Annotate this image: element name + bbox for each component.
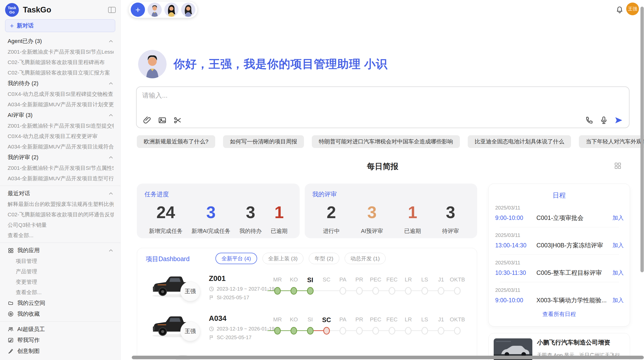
milestone-dot[interactable] xyxy=(356,327,363,335)
project-row[interactable]: 王强 A034 2023-12-19 ~ 2026-01-19 SC-2025-… xyxy=(137,312,477,355)
milestone-dot[interactable] xyxy=(405,287,412,295)
chevron-up-icon[interactable] xyxy=(108,38,114,44)
send-icon[interactable] xyxy=(614,116,623,125)
section-recent-chats[interactable]: 最近对话 xyxy=(8,190,114,197)
avatar-male-icon xyxy=(138,50,167,78)
section-my-review[interactable]: 我的评审 (2) xyxy=(8,154,114,161)
sidebar-item-favorites[interactable]: 我的收藏 xyxy=(8,311,114,317)
join-button[interactable]: 加入 xyxy=(612,242,624,249)
session-avatar-2[interactable] xyxy=(164,3,179,17)
app-item-view-all[interactable]: 查看全部... xyxy=(16,289,114,295)
section-ai-review[interactable]: AI评审 (3) xyxy=(8,112,114,118)
sidebar-item-cloud-space[interactable]: 我的云空间 xyxy=(8,300,114,306)
suggestion-chip[interactable]: 当下年轻人对汽车外观有怎样的喜好趋势 xyxy=(579,135,644,148)
conversation-item[interactable]: Z001-全新燃油皮卡产品开发项目SI节点Lesson Learn报告 xyxy=(8,49,114,55)
conversation-item[interactable]: Z001-全新燃油轻卡产品开发项目SI节点属性5D文件评审 xyxy=(8,165,114,171)
conversation-item[interactable]: C0X4-动力总成开发项目SI里程碑提交物检查 xyxy=(8,91,114,97)
scissors-icon[interactable] xyxy=(173,116,182,125)
conversation-item[interactable]: Z001-全新燃油轻卡产品开发项目SI造型提交物评审 xyxy=(8,123,114,129)
join-button[interactable]: 加入 xyxy=(612,269,624,277)
milestone-dot[interactable] xyxy=(405,327,412,335)
conversation-item[interactable]: C02-飞腾新能源轻客改款项目立项汇报方案 xyxy=(8,70,114,76)
milestone-dot[interactable] xyxy=(421,327,428,335)
section-title: Agent已办 (3) xyxy=(8,38,42,44)
microphone-icon[interactable] xyxy=(599,116,608,125)
sidebar-item-my-apps[interactable]: 我的应用 xyxy=(8,247,114,254)
recent-chat-item[interactable]: 解释最新出台的欧盟报废车法规再生塑料比例被调至15%... xyxy=(8,201,114,207)
event-time: 13:00-14:30 xyxy=(495,242,536,249)
conversation-item[interactable]: C02-飞腾新能源轻客改款项目里程碑画布 xyxy=(8,59,114,65)
filter-chip[interactable]: 全新平台 (4) xyxy=(215,253,257,264)
chevron-up-icon[interactable] xyxy=(108,191,114,196)
user-avatar[interactable]: 王强 xyxy=(626,3,639,15)
milestone-dot[interactable] xyxy=(307,287,314,295)
milestone-dot[interactable] xyxy=(454,327,461,335)
phone-icon[interactable] xyxy=(585,116,593,125)
milestone-dot[interactable] xyxy=(372,287,379,295)
milestone-dot[interactable] xyxy=(274,287,281,295)
filter-chip[interactable]: 年型 (2) xyxy=(309,253,339,264)
recent-chat-item[interactable]: 公司Q3轻卡销量 xyxy=(8,222,114,228)
milestone-dot[interactable] xyxy=(290,287,297,295)
milestone-dot[interactable] xyxy=(274,327,281,335)
suggestion-chip[interactable]: 欧洲新规最近颁布了什么? xyxy=(137,135,215,148)
section-agent-done[interactable]: Agent已办 (3) xyxy=(8,38,114,44)
sidebar-collapse-icon[interactable] xyxy=(108,6,116,14)
conversation-item[interactable]: C0X4-动力总成开发项目工程变更评审 xyxy=(8,133,114,139)
filter-chip[interactable]: 动总开发 (1) xyxy=(345,253,386,264)
milestone-dot[interactable] xyxy=(340,327,346,335)
session-avatar-1[interactable] xyxy=(148,3,162,17)
join-button[interactable]: 加入 xyxy=(612,296,624,304)
project-row[interactable]: 王强 Z001 2023-12-19 ~ 2027-01-19 SI-2025-… xyxy=(137,272,477,316)
chevron-up-icon[interactable] xyxy=(108,155,114,160)
milestone-dot[interactable] xyxy=(290,327,297,335)
suggestion-chip[interactable]: 如何写一份清晰的项目周报 xyxy=(223,135,304,148)
conversation-item[interactable]: A034-全新新能源MUV产品开发项目法规符合性评审 xyxy=(8,144,114,150)
filter-chip[interactable]: 全新上装 (3) xyxy=(262,253,304,264)
new-chat-button[interactable]: + 新对话 xyxy=(5,19,115,32)
milestone-dot[interactable] xyxy=(389,287,395,295)
app-item-project-mgmt[interactable]: 项目管理 xyxy=(16,258,114,264)
sidebar-item-ai-super-staff[interactable]: AI超级员工 xyxy=(8,326,114,333)
chevron-up-icon[interactable] xyxy=(108,81,114,86)
view-all-schedule-link[interactable]: 查看所有日程 xyxy=(489,310,630,318)
milestone-dot[interactable] xyxy=(307,327,314,335)
suggestion-chip[interactable]: 特朗普可能对进口汽车增税会对中国车企造成哪些影响 xyxy=(312,135,460,148)
add-session-button[interactable]: + xyxy=(131,3,145,17)
paperclip-icon[interactable] xyxy=(143,116,151,125)
milestone-dot[interactable] xyxy=(372,327,379,335)
app-item-product-mgmt[interactable]: 产品管理 xyxy=(16,268,114,275)
layout-grid-icon[interactable] xyxy=(614,162,621,169)
recent-chat-item-view-all[interactable]: 查看全部... xyxy=(8,232,114,238)
chevron-up-icon[interactable] xyxy=(108,112,114,118)
milestone-dot[interactable] xyxy=(438,327,444,335)
sidebar-item-help-write[interactable]: 帮我写作 xyxy=(8,337,114,343)
session-avatar-3[interactable] xyxy=(181,3,195,17)
milestone-dot[interactable] xyxy=(356,287,363,295)
recent-chat-item[interactable]: C02-飞腾新能源轻客改款项目的闭环通告反馈情况 xyxy=(8,212,114,218)
image-icon[interactable] xyxy=(158,116,167,125)
milestone-dot[interactable] xyxy=(389,327,395,335)
milestone-label: SC xyxy=(323,276,331,283)
suggestion-chip[interactable]: 比亚迪全固态电池计划具体说了什么 xyxy=(468,135,571,148)
milestone-label: PR xyxy=(355,276,363,283)
sidebar-item-creative-drawing[interactable]: 创意制图 xyxy=(8,348,114,354)
app-item-change-mgmt[interactable]: 变更管理 xyxy=(16,279,114,285)
notifications-bell-icon[interactable] xyxy=(616,6,624,14)
chat-input[interactable] xyxy=(142,92,575,99)
milestone-dot[interactable] xyxy=(421,287,428,295)
milestone-dot[interactable] xyxy=(323,327,330,335)
assistant-avatar xyxy=(138,50,167,78)
section-my-todo[interactable]: 我的待办 (2) xyxy=(8,80,114,87)
horizontal-scrollbar[interactable] xyxy=(132,356,644,359)
stat-label: 进行中 xyxy=(323,227,340,235)
chevron-up-icon[interactable] xyxy=(108,248,114,253)
milestone-dot[interactable] xyxy=(340,287,346,295)
vertical-scrollbar[interactable] xyxy=(640,7,644,272)
milestone-dot[interactable] xyxy=(438,287,444,295)
milestone-dot[interactable] xyxy=(454,287,461,295)
sidebar: Task Go TaskGo + 新对话 Agent已办 (3) Z001-全新… xyxy=(0,0,121,360)
conversation-item[interactable]: A034-全新新能源MUV产品开发项目计划变更表编写 xyxy=(8,101,114,108)
conversation-item[interactable]: A034-全新新能源MUV产品开发项目造型可行性评审 xyxy=(8,175,114,182)
join-button[interactable]: 加入 xyxy=(612,214,624,222)
